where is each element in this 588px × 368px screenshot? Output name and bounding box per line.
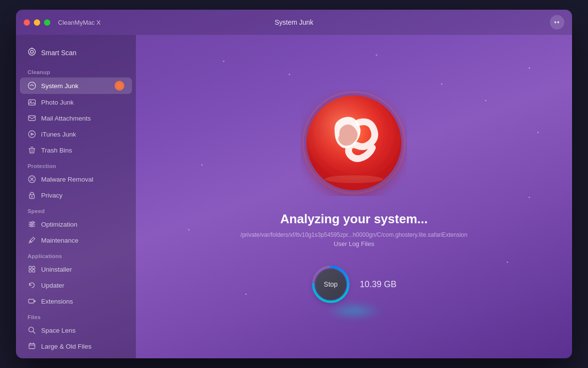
sidebar-item-extensions[interactable]: Extensions — [20, 293, 132, 309]
malware-icon — [28, 175, 36, 184]
menu-button[interactable]: •• — [550, 15, 564, 30]
sidebar-item-space-lens[interactable]: Space Lens — [20, 322, 132, 338]
sparkle-dot — [245, 293, 247, 295]
stop-area: Stop 10.39 GB — [311, 265, 397, 304]
sidebar-item-large-old-files[interactable]: Large & Old Files — [20, 338, 132, 354]
system-junk-icon — [28, 81, 36, 90]
sidebar-item-mail-attachments[interactable]: Mail Attachments — [20, 110, 132, 126]
maintenance-label: Maintenance — [41, 237, 78, 244]
space-lens-icon — [28, 326, 36, 335]
system-junk-label: System Junk — [41, 82, 78, 90]
sparkle-dot — [537, 132, 539, 133]
sparkle-dot — [485, 100, 486, 101]
extensions-label: Extensions — [41, 298, 73, 305]
svg-point-38 — [325, 175, 383, 183]
svg-rect-5 — [29, 100, 35, 105]
updater-icon — [28, 281, 36, 290]
sidebar-item-shredder[interactable]: Shredder — [20, 354, 132, 358]
privacy-icon — [28, 191, 36, 199]
maximize-button[interactable] — [44, 19, 50, 26]
main-content: Smart Scan Cleanup System Junk — [16, 35, 572, 358]
trash-icon — [28, 146, 36, 154]
svg-rect-23 — [29, 266, 31, 269]
svg-rect-26 — [32, 270, 35, 272]
extensions-icon — [28, 297, 36, 306]
sparkle-dot — [188, 229, 190, 230]
app-logo — [301, 90, 407, 196]
sparkle-dot — [223, 61, 224, 62]
svg-point-21 — [32, 221, 34, 223]
sidebar-item-malware-removal[interactable]: Malware Removal — [20, 171, 132, 187]
optimization-icon — [28, 220, 36, 229]
svg-point-20 — [30, 223, 32, 225]
svg-rect-25 — [29, 270, 31, 272]
log-label: User Log Files — [334, 240, 374, 247]
svg-rect-24 — [32, 266, 35, 269]
sparkle-dot — [529, 197, 530, 198]
sparkle-dot — [529, 67, 530, 69]
sparkle-dot — [507, 261, 508, 263]
app-window: CleanMyMac X System Junk •• Smart Scan C… — [16, 10, 572, 358]
minimize-button[interactable] — [34, 19, 40, 26]
window-title: System Junk — [275, 18, 313, 26]
close-button[interactable] — [24, 19, 30, 26]
sidebar-item-itunes-junk[interactable]: iTunes Junk — [20, 126, 132, 142]
sparkle-dot — [376, 54, 377, 56]
stop-button[interactable]: Stop — [315, 269, 346, 300]
sidebar-item-maintenance[interactable]: Maintenance — [20, 232, 132, 248]
titlebar: CleanMyMac X System Junk •• — [16, 10, 572, 35]
itunes-icon — [28, 130, 36, 138]
section-header-files: Files — [16, 309, 136, 322]
large-files-icon — [28, 342, 36, 351]
svg-point-4 — [117, 83, 122, 88]
svg-point-1 — [30, 50, 33, 53]
dots-icon: •• — [554, 18, 560, 26]
maintenance-icon — [28, 236, 36, 245]
sidebar-item-privacy[interactable]: Privacy — [20, 187, 132, 203]
uninstaller-icon — [28, 265, 36, 274]
sidebar-item-trash-bins[interactable]: Trash Bins — [20, 142, 132, 158]
sparkle-dot — [441, 83, 442, 85]
mail-attachments-label: Mail Attachments — [41, 115, 91, 122]
photo-junk-label: Photo Junk — [41, 99, 74, 106]
smart-scan-icon — [28, 47, 36, 58]
trash-bins-label: Trash Bins — [41, 147, 72, 154]
sidebar-item-photo-junk[interactable]: Photo Junk — [20, 94, 132, 110]
sidebar-item-updater[interactable]: Updater — [20, 277, 132, 293]
svg-point-22 — [31, 225, 33, 227]
section-header-cleanup: Cleanup — [16, 64, 136, 77]
section-header-applications: Applications — [16, 248, 136, 261]
sparkle-dot — [289, 74, 290, 75]
app-name: CleanMyMac X — [58, 19, 101, 26]
system-junk-badge — [115, 81, 124, 91]
traffic-lights — [24, 19, 50, 26]
privacy-label: Privacy — [41, 192, 62, 199]
sidebar-item-smart-scan[interactable]: Smart Scan — [20, 43, 132, 62]
uninstaller-label: Uninstaller — [41, 266, 72, 273]
updater-label: Updater — [41, 282, 64, 289]
sidebar-item-optimization[interactable]: Optimization — [20, 216, 132, 232]
svg-rect-30 — [29, 344, 35, 349]
sidebar-item-uninstaller[interactable]: Uninstaller — [20, 261, 132, 277]
sparkle-dot — [201, 164, 203, 166]
mail-icon — [28, 114, 36, 123]
svg-rect-7 — [29, 116, 35, 121]
progress-ring: Stop — [311, 265, 350, 304]
space-lens-label: Space Lens — [41, 327, 75, 334]
section-header-protection: Protection — [16, 158, 136, 171]
svg-rect-27 — [29, 299, 34, 303]
itunes-junk-label: iTunes Junk — [41, 131, 76, 138]
analyzing-text: Analyzing your system... — [280, 212, 428, 227]
shredder-icon — [28, 358, 36, 358]
section-header-speed: Speed — [16, 203, 136, 216]
size-value: 10.39 GB — [360, 279, 397, 290]
svg-line-29 — [33, 332, 35, 334]
svg-point-0 — [29, 48, 35, 55]
large-old-files-label: Large & Old Files — [41, 343, 91, 350]
sidebar-item-system-junk[interactable]: System Junk — [20, 77, 132, 94]
photo-junk-icon — [28, 98, 36, 107]
svg-point-3 — [29, 82, 36, 90]
optimization-label: Optimization — [41, 221, 77, 228]
sidebar: Smart Scan Cleanup System Junk — [16, 35, 136, 358]
smart-scan-label: Smart Scan — [41, 49, 76, 57]
